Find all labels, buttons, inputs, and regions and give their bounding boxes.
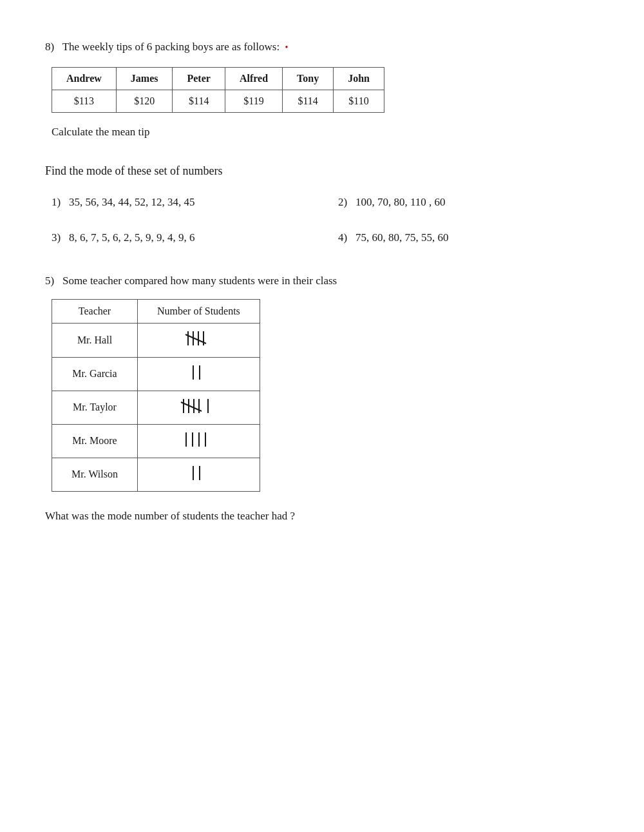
teacher-moore-name: Mr. Moore (52, 424, 138, 458)
question-5-label: 5) (45, 275, 60, 287)
teacher-taylor-tally (137, 391, 260, 424)
mode-problem-4-data: 75, 60, 80, 75, 55, 60 (355, 231, 449, 244)
tally-garcia (189, 369, 207, 385)
question-8-body: The weekly tips of 6 packing boys are as… (62, 41, 280, 53)
calculate-instruction: Calculate the mean tip (52, 126, 599, 139)
val-james: $120 (116, 90, 173, 112)
teacher-wilson-name: Mr. Wilson (52, 458, 138, 491)
teacher-hall-tally (137, 323, 260, 357)
tally-moore-svg (182, 431, 214, 449)
teacher-taylor-name: Mr. Taylor (52, 391, 138, 424)
mode-problem-4-number: 4) (338, 231, 353, 244)
tally-hall (184, 332, 213, 351)
teacher-garcia-tally (137, 357, 260, 391)
tally-hall-svg (184, 329, 213, 347)
teacher-row-wilson: Mr. Wilson (52, 458, 260, 491)
header-peter: Peter (173, 67, 225, 90)
teacher-table: Teacher Number of Students Mr. Hall (52, 299, 260, 492)
mode-heading: Find the mode of these set of numbers (45, 164, 599, 178)
mode-problem-1-data: 35, 56, 34, 44, 52, 12, 34, 45 (69, 196, 195, 208)
teacher-garcia-name: Mr. Garcia (52, 357, 138, 391)
mode-problem-1: 1) 35, 56, 34, 44, 52, 12, 34, 45 (52, 193, 312, 211)
col-teacher: Teacher (52, 299, 138, 323)
teacher-wilson-tally (137, 458, 260, 491)
mode-problem-3: 3) 8, 6, 7, 5, 6, 2, 5, 9, 9, 4, 9, 6 (52, 229, 312, 246)
mode-problem-3-number: 3) (52, 231, 66, 244)
mode-problem-4: 4) 75, 60, 80, 75, 55, 60 (338, 229, 599, 246)
header-alfred: Alfred (225, 67, 282, 90)
teacher-header-row: Teacher Number of Students (52, 299, 260, 323)
val-peter: $114 (173, 90, 225, 112)
tally-taylor-svg (180, 397, 217, 415)
teacher-row-taylor: Mr. Taylor (52, 391, 260, 424)
val-alfred: $119 (225, 90, 282, 112)
mode-section: Find the mode of these set of numbers 1)… (45, 164, 599, 246)
question-8: 8) The weekly tips of 6 packing boys are… (45, 39, 599, 139)
header-john: John (334, 67, 384, 90)
teacher-row-garcia: Mr. Garcia (52, 357, 260, 391)
teacher-row-hall: Mr. Hall (52, 323, 260, 357)
teacher-moore-tally (137, 424, 260, 458)
tally-moore (182, 436, 214, 452)
tally-taylor (180, 402, 217, 418)
mode-problem-2: 2) 100, 70, 80, 110 , 60 (338, 193, 599, 211)
question-5: 5) Some teacher compared how many studen… (45, 275, 599, 523)
tips-value-row: $113 $120 $114 $119 $114 $110 (52, 90, 384, 112)
mode-footer: What was the mode number of students the… (45, 510, 599, 523)
teacher-row-moore: Mr. Moore (52, 424, 260, 458)
mode-problem-1-number: 1) (52, 196, 66, 208)
tips-header-row: Andrew James Peter Alfred Tony John (52, 67, 384, 90)
question-8-text: 8) The weekly tips of 6 packing boys are… (45, 39, 599, 55)
val-andrew: $113 (52, 90, 117, 112)
tally-wilson (189, 469, 207, 485)
header-andrew: Andrew (52, 67, 117, 90)
tally-garcia-svg (189, 363, 207, 382)
tally-wilson-svg (189, 464, 207, 482)
mode-problem-2-number: 2) (338, 196, 353, 208)
val-tony: $114 (283, 90, 334, 112)
mode-problem-3-data: 8, 6, 7, 5, 6, 2, 5, 9, 9, 4, 9, 6 (69, 231, 195, 244)
header-tony: Tony (283, 67, 334, 90)
teacher-hall-name: Mr. Hall (52, 323, 138, 357)
mode-problems-grid: 1) 35, 56, 34, 44, 52, 12, 34, 45 2) 100… (52, 193, 599, 246)
col-students: Number of Students (137, 299, 260, 323)
header-james: James (116, 67, 173, 90)
dot-marker: • (285, 43, 288, 52)
val-john: $110 (334, 90, 384, 112)
mode-problem-2-data: 100, 70, 80, 110 , 60 (355, 196, 446, 208)
question-5-text: 5) Some teacher compared how many studen… (45, 275, 599, 287)
question-5-body: Some teacher compared how many students … (62, 275, 337, 287)
question-8-label: 8) (45, 41, 54, 53)
tips-table: Andrew James Peter Alfred Tony John $113… (52, 67, 384, 113)
